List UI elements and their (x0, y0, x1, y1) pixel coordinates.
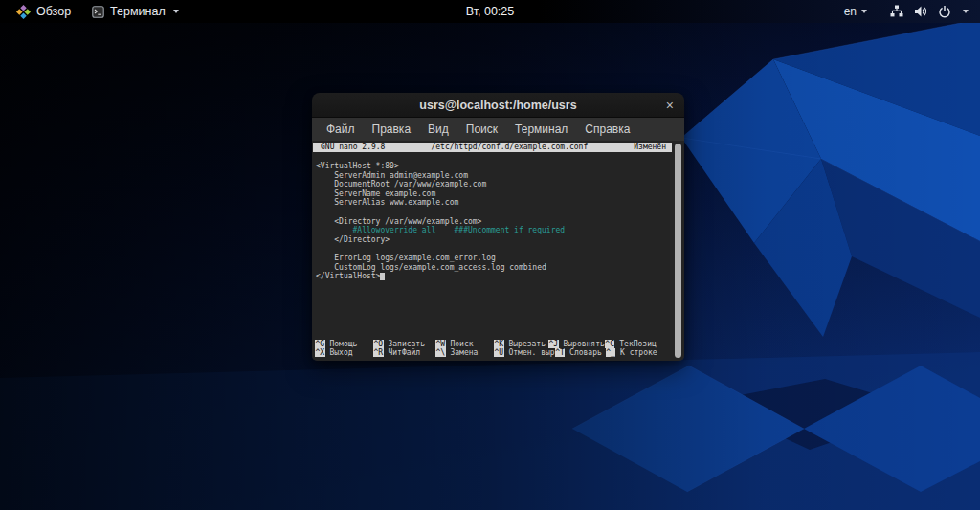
nano-shortcut-ctrl-X: ^X Выход (315, 348, 373, 358)
nano-shortcut-ctrl-C: ^C ТекПозиц (605, 340, 657, 349)
power-icon (938, 5, 951, 18)
clock-label: Вт, 00:25 (466, 5, 515, 18)
app-menu-button[interactable]: Терминал (84, 0, 187, 23)
editor-line: DocumentRoot /var/www/example.com (316, 180, 671, 189)
chevron-down-icon (173, 10, 179, 13)
nano-shortcut-ctrl-underscore: ^_ К строке (606, 348, 657, 358)
editor-line: ErrorLog logs/example.com_error.log (316, 254, 671, 263)
terminal-screen[interactable]: GNU nano 2.9.8 /etc/httpd/conf.d/example… (312, 141, 684, 361)
nano-shortcut-ctrl-T: ^T Словарь (555, 348, 606, 358)
app-menu-label: Терминал (110, 5, 166, 18)
nano-shortcut-ctrl-W: ^W Поиск (435, 340, 494, 349)
clock-button[interactable]: Вт, 00:25 (466, 0, 515, 23)
window-title: usrs@localhost:/home/usrs (419, 99, 576, 112)
chevron-down-icon (963, 10, 969, 13)
editor-line: #Allowoverride all ###Uncomment if requi… (316, 226, 671, 235)
nano-status-bar: GNU nano 2.9.8 /etc/httpd/conf.d/example… (313, 143, 672, 152)
menu-item-4[interactable]: Терминал (506, 122, 576, 136)
close-button[interactable]: × (666, 99, 674, 112)
activities-button[interactable]: Обзор (9, 0, 78, 23)
nano-shortcut-ctrl-bslash: ^\ Замена (435, 348, 494, 358)
nano-shortcut-ctrl-K: ^K Вырезать (494, 340, 548, 349)
keyboard-layout-label: en (844, 5, 857, 18)
keyboard-layout-button[interactable]: en (844, 5, 867, 18)
terminal-icon (92, 6, 104, 18)
network-icon (889, 5, 904, 18)
activities-label: Обзор (36, 5, 71, 18)
nano-filename-label: /etc/httpd/conf.d/example.com.conf (385, 143, 634, 152)
nano-shortcut-ctrl-G: ^G Помощь (315, 340, 373, 349)
nano-shortcut-ctrl-U: ^U Отмен. выр (494, 348, 555, 358)
menu-item-0[interactable]: Файл (318, 122, 364, 136)
editor-line (316, 244, 671, 254)
nano-shortcut-bar: ^G Помощь^O Записать^W Поиск^K Вырезать^… (315, 340, 671, 358)
editor-line (316, 208, 671, 217)
text-cursor (380, 273, 385, 281)
chevron-down-icon (861, 10, 867, 13)
editor-line: CustomLog logs/example.com_access.log co… (316, 263, 671, 273)
editor-line: ServerName example.com (316, 189, 671, 199)
nano-shortcut-ctrl-J: ^J Выровнять (548, 340, 605, 349)
system-menu-button[interactable] (889, 0, 969, 23)
nano-shortcut-ctrl-O: ^O Записать (373, 340, 435, 349)
editor-line: <VirtualHost *:80> (316, 162, 671, 171)
editor-line: <Directory /var/www/example.com> (316, 217, 671, 227)
editor-line: ServerAdmin admin@example.com (316, 171, 671, 181)
menu-item-2[interactable]: Вид (419, 122, 457, 136)
editor-line: ServerAlias www.example.com (316, 198, 671, 208)
nano-modified-badge: Изменён (634, 143, 672, 152)
menu-bar: ФайлПравкаВидПоискТерминалСправка (312, 118, 684, 141)
editor-line: </Directory> (316, 235, 671, 245)
menu-item-5[interactable]: Справка (576, 122, 638, 136)
menu-item-3[interactable]: Поиск (457, 122, 506, 136)
terminal-window: usrs@localhost:/home/usrs × ФайлПравкаВи… (312, 93, 684, 361)
menu-item-1[interactable]: Правка (364, 122, 420, 136)
terminal-scrollbar[interactable] (675, 144, 681, 358)
top-bar: Обзор Терминал Вт, 00:25 en (0, 0, 980, 23)
volume-icon (914, 5, 928, 18)
window-titlebar[interactable]: usrs@localhost:/home/usrs × (312, 93, 684, 118)
centos-logo-icon (16, 5, 31, 19)
nano-shortcut-ctrl-R: ^R ЧитФайл (373, 348, 435, 358)
editor-line: </VirtualHost> (316, 272, 671, 281)
nano-editor-content: <VirtualHost *:80> ServerAdmin admin@exa… (316, 162, 671, 281)
nano-version-label: GNU nano 2.9.8 (313, 143, 385, 152)
desktop: Обзор Терминал Вт, 00:25 en (0, 0, 980, 510)
